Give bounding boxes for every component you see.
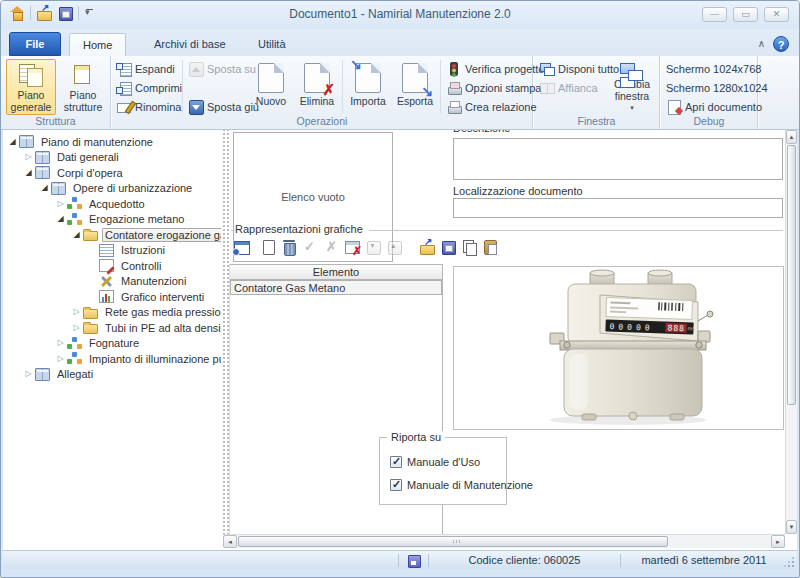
rinomina-button[interactable]: Rinomina	[116, 97, 182, 116]
opzioni-stampa-button[interactable]: Opzioni stampa	[446, 78, 545, 97]
copy-icon[interactable]	[461, 239, 477, 255]
network-icon	[67, 337, 82, 350]
collapse-arrow-icon[interactable]: ◢	[55, 214, 66, 224]
date-status: martedì 6 settembre 2011	[629, 554, 779, 566]
book-icon	[19, 135, 34, 148]
checkbox-checked-icon[interactable]	[390, 479, 402, 491]
esporta-button[interactable]: ↘ Esporta	[393, 59, 437, 115]
grid-row-contatore-gas-metano[interactable]: Contatore Gas Metano	[230, 280, 442, 295]
tree-item-corpi-d-opera[interactable]: ◢Corpi d'opera	[3, 165, 221, 181]
ribbon: Piano generale Piano strutture Struttura…	[1, 56, 799, 130]
tree-item-opere-di-urbanizzazione[interactable]: ◢Opere di urbanizzazione	[3, 181, 221, 197]
expand-arrow-icon[interactable]: ▷	[23, 369, 34, 379]
expand-arrow-icon[interactable]: ▷	[55, 354, 66, 364]
importa-button[interactable]: ↘ Importa	[345, 59, 391, 115]
verifica-progetto-button[interactable]: Verifica progetto	[446, 59, 545, 78]
close-button[interactable]: ✕	[764, 7, 789, 22]
cancel-icon	[323, 239, 339, 255]
tree-item-erogazione-metano[interactable]: ◢Erogazione metano	[3, 212, 221, 228]
resize-grip[interactable]	[783, 556, 795, 568]
localizzazione-input[interactable]	[453, 198, 783, 218]
help-icon[interactable]: ?	[773, 36, 789, 52]
manuale-di-manutenzione-option[interactable]: Manuale di Manutenzione	[390, 479, 533, 491]
tree-item-allegati[interactable]: ▷Allegati	[3, 367, 221, 383]
collapse-arrow-icon[interactable]: ◢	[39, 183, 50, 193]
expand-arrow-icon[interactable]: ▷	[23, 152, 34, 162]
comprimi-button[interactable]: Comprimi	[116, 78, 182, 97]
expand-arrow-icon[interactable]: ▷	[55, 338, 66, 348]
grid-column-header[interactable]: Elemento	[230, 264, 442, 280]
schermo-1024x768-button[interactable]: Schermo 1024x768	[666, 59, 768, 78]
horizontal-scroll-thumb[interactable]	[238, 536, 668, 547]
tree-item-manutenzioni[interactable]: Manutenzioni	[3, 274, 221, 290]
collapse-arrow-icon[interactable]: ◢	[7, 137, 18, 147]
descrizione-textarea[interactable]	[453, 138, 783, 180]
checkbox-checked-icon[interactable]	[390, 456, 402, 468]
manuale-duso-option[interactable]: Manuale d'Uso	[390, 456, 480, 468]
schermo-1280x1024-button[interactable]: Schermo 1280x1024	[666, 78, 768, 97]
nuovo-button[interactable]: Nuovo	[249, 59, 293, 115]
scroll-down-icon[interactable]: ▼	[786, 520, 797, 534]
tree-item-acquedotto[interactable]: ▷Acquedotto	[3, 196, 221, 212]
vertical-scroll-thumb[interactable]	[787, 145, 796, 405]
button-label: Cambia finestra	[607, 78, 657, 102]
button-label: Verifica progetto	[465, 63, 545, 75]
save-status-icon	[407, 554, 420, 567]
delete-all-icon[interactable]	[344, 239, 360, 255]
crea-relazione-button[interactable]: Crea relazione	[446, 97, 545, 116]
tree-item-label: Allegati	[54, 367, 96, 381]
tree-splitter[interactable]	[221, 130, 229, 534]
tab-home[interactable]: Home	[69, 33, 126, 56]
move-down-icon	[365, 239, 381, 255]
minimize-button[interactable]: —	[702, 7, 727, 22]
tab-archivi-di-base[interactable]: Archivi di base	[141, 33, 239, 56]
expand-arrow-icon[interactable]: ▷	[55, 199, 66, 209]
tree-item-impianto-di-illuminazione-pubblica[interactable]: ▷Impianto di illuminazione pubblica	[3, 351, 221, 367]
tree-item-contatore-erogazione-gas[interactable]: ◢Contatore erogazione gas	[3, 227, 221, 243]
espandi-button[interactable]: Espandi	[116, 59, 182, 78]
tree-item-label: Impianto di illuminazione pubblica	[86, 352, 221, 366]
elimina-button[interactable]: ✗ Elimina	[295, 59, 339, 115]
localizzazione-label: Localizzazione documento	[453, 185, 583, 197]
tree-item-rete-gas-media-pressione[interactable]: ▷Rete gas media pressione	[3, 305, 221, 321]
book-icon	[35, 368, 50, 381]
collapse-arrow-icon[interactable]: ◢	[71, 230, 82, 240]
scroll-right-icon[interactable]: ►	[771, 535, 785, 548]
horizontal-scrollbar[interactable]: ◄ ►	[223, 534, 785, 548]
piano-generale-button[interactable]: Piano generale	[6, 59, 56, 115]
button-label: Piano strutture	[59, 89, 107, 113]
tree-item-grafico-interventi[interactable]: Grafico interventi	[3, 289, 221, 305]
button-label: Espandi	[135, 63, 175, 75]
rappresentazioni-grafiche-label: Rappresentazioni grafiche	[235, 223, 369, 235]
tree-item-controlli[interactable]: Controlli	[3, 258, 221, 274]
tab-utilita[interactable]: Utilità	[245, 33, 299, 56]
paste-icon[interactable]	[482, 239, 498, 255]
tree-item-dati-generali[interactable]: ▷Dati generali	[3, 150, 221, 166]
apri-documento-button[interactable]: Apri documento	[666, 97, 768, 116]
tree-item-piano-di-manutenzione[interactable]: ◢Piano di manutenzione	[3, 134, 221, 150]
new-record-icon[interactable]	[260, 239, 276, 255]
expand-arrow-icon[interactable]: ▷	[71, 307, 82, 317]
cambia-finestra-button[interactable]: Cambia finestra ▾	[606, 59, 658, 115]
collapse-arrow-icon[interactable]: ◢	[23, 168, 34, 178]
tab-file[interactable]: File	[9, 32, 61, 56]
tree-item-tubi-in-pe-ad-alta-densit[interactable]: ▷Tubi in PE ad alta densità	[3, 320, 221, 336]
button-label: Schermo 1280x1024	[666, 82, 768, 94]
minimize-ribbon-icon[interactable]: ∧	[758, 39, 765, 49]
tile-windows-icon	[539, 80, 555, 96]
maximize-button[interactable]: ▭	[733, 7, 758, 22]
checkbox-label: Manuale d'Uso	[407, 456, 480, 468]
save-file-icon[interactable]	[440, 239, 456, 255]
scroll-left-icon[interactable]: ◄	[223, 535, 237, 548]
expand-arrow-icon[interactable]: ▷	[71, 323, 82, 333]
delete-record-icon[interactable]	[281, 239, 297, 255]
tree-item-label: Piano di manutenzione	[38, 135, 156, 149]
tree-item-istruzioni[interactable]: Istruzioni	[3, 243, 221, 259]
scroll-up-icon[interactable]: ▲	[786, 130, 797, 144]
open-file-icon[interactable]	[419, 239, 435, 255]
tree-item-fognature[interactable]: ▷Fognature	[3, 336, 221, 352]
confirm-icon	[302, 239, 318, 255]
insert-graphic-icon[interactable]	[233, 239, 249, 255]
vertical-scrollbar[interactable]: ▲ ▼	[785, 130, 797, 534]
piano-strutture-button[interactable]: Piano strutture	[58, 59, 108, 115]
